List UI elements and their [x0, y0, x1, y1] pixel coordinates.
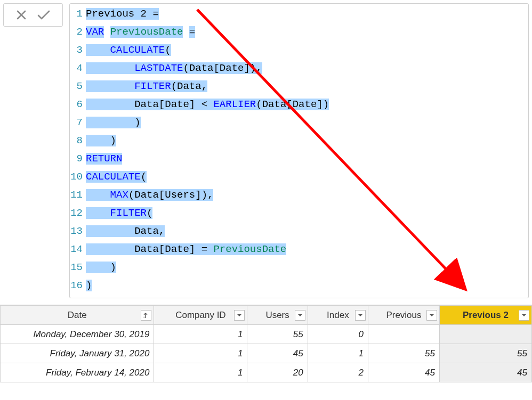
code-line[interactable]: 4 LASTDATE(Data[Date]),	[70, 59, 528, 77]
filter-dropdown-icon[interactable]	[295, 310, 305, 321]
code-token	[86, 80, 134, 92]
code-token	[104, 26, 110, 38]
code-token: PreviousDate	[213, 243, 286, 255]
line-number: 7	[70, 113, 86, 132]
code-line[interactable]: 12 FILTER(	[70, 204, 528, 222]
code-line[interactable]: 13 Data,	[70, 222, 528, 240]
code-token: (Data[Users]),	[128, 189, 214, 201]
cell: 2	[308, 363, 368, 382]
column-header[interactable]: Users	[247, 306, 308, 325]
code-line[interactable]: 10CALCULATE(	[70, 168, 528, 186]
code-line[interactable]: 14 Data[Date] = PreviousDate	[70, 240, 528, 258]
line-number: 9	[70, 150, 86, 168]
line-number: 6	[70, 95, 86, 113]
code-line[interactable]: 2VAR PreviousDate =	[70, 23, 528, 41]
cancel-icon[interactable]	[15, 9, 27, 21]
filter-dropdown-icon[interactable]	[355, 310, 366, 321]
line-number: 4	[70, 59, 86, 77]
code-token: (Data[Date]),	[183, 62, 262, 74]
code-line[interactable]: 16)	[70, 276, 528, 295]
code-content[interactable]: CALCULATE(	[86, 168, 147, 186]
line-number: 2	[70, 23, 86, 41]
code-content[interactable]: VAR PreviousDate =	[86, 23, 195, 41]
code-content[interactable]: Data[Date] < EARLIER(Data[Date])	[86, 95, 329, 113]
line-number: 13	[70, 222, 86, 240]
column-label: Date	[68, 310, 87, 321]
column-header[interactable]: Company ID	[154, 306, 247, 325]
code-token: )	[86, 262, 116, 273]
code-token: )	[86, 280, 92, 291]
line-number: 8	[70, 132, 86, 150]
code-line[interactable]: 11 MAX(Data[Users]),	[70, 186, 528, 204]
code-content[interactable]: FILTER(Data,	[86, 77, 207, 95]
data-table: DateCompany IDUsersIndexPreviousPrevious…	[0, 305, 532, 382]
code-token: (Data,	[171, 80, 207, 92]
column-header[interactable]: Date	[1, 306, 154, 325]
code-content[interactable]: RETURN	[86, 150, 122, 168]
code-line[interactable]: 5 FILTER(Data,	[70, 77, 528, 95]
filter-dropdown-icon[interactable]	[519, 310, 529, 321]
column-label: Previous	[386, 310, 421, 321]
line-number: 16	[70, 276, 86, 295]
code-line[interactable]: 8 )	[70, 132, 528, 150]
code-token: CALCULATE	[110, 44, 165, 56]
table-row[interactable]: Friday, February 14, 202012024545	[1, 363, 532, 382]
cell: 0	[308, 325, 368, 344]
code-content[interactable]: MAX(Data[Users]),	[86, 186, 213, 204]
cell: 55	[247, 325, 308, 344]
code-token: LASTDATE	[134, 62, 183, 74]
formula-commit-buttons	[3, 3, 63, 27]
cell: Friday, January 31, 2020	[1, 344, 154, 363]
column-label: Index	[327, 310, 349, 321]
code-line[interactable]: 9RETURN	[70, 150, 528, 168]
code-token: (	[165, 44, 171, 56]
code-line[interactable]: 1Previous 2 =	[70, 5, 528, 23]
code-token: (Data[Date])	[256, 99, 329, 110]
code-token	[86, 44, 110, 56]
cell: 1	[308, 344, 368, 363]
code-content[interactable]: Data,	[86, 222, 165, 240]
code-content[interactable]: Data[Date] = PreviousDate	[86, 240, 286, 258]
sort-asc-icon[interactable]	[141, 310, 151, 321]
line-number: 3	[70, 41, 86, 59]
code-token	[86, 207, 110, 219]
code-content[interactable]: )	[86, 132, 116, 150]
code-token: =	[152, 8, 158, 20]
table-row[interactable]: Monday, December 30, 20191550	[1, 325, 532, 344]
code-content[interactable]: )	[86, 258, 116, 276]
code-line[interactable]: 7 )	[70, 113, 528, 132]
code-content[interactable]: Previous 2 =	[86, 5, 159, 23]
column-label: Previous 2	[463, 310, 509, 321]
cell	[368, 325, 440, 344]
formula-editor[interactable]: 1Previous 2 =2VAR PreviousDate =3 CALCUL…	[69, 3, 529, 298]
code-line[interactable]: 6 Data[Date] < EARLIER(Data[Date])	[70, 95, 528, 113]
code-token: Data[Date] =	[86, 243, 213, 255]
column-header[interactable]: Previous	[368, 306, 440, 325]
cell: 45	[368, 363, 440, 382]
code-token: RETURN	[86, 153, 122, 165]
code-content[interactable]: )	[86, 276, 92, 295]
code-content[interactable]: LASTDATE(Data[Date]),	[86, 59, 262, 77]
cell: Monday, December 30, 2019	[1, 325, 154, 344]
cell: 20	[247, 363, 308, 382]
column-header[interactable]: Previous 2	[439, 306, 531, 325]
code-token: =	[189, 26, 195, 38]
code-content[interactable]: FILTER(	[86, 204, 152, 222]
code-content[interactable]: CALCULATE(	[86, 41, 171, 59]
filter-dropdown-icon[interactable]	[426, 310, 437, 321]
column-header[interactable]: Index	[308, 306, 368, 325]
table-row[interactable]: Friday, January 31, 202014515555	[1, 344, 532, 363]
cell: 55	[368, 344, 440, 363]
code-line[interactable]: 15 )	[70, 258, 528, 276]
code-line[interactable]: 3 CALCULATE(	[70, 41, 528, 59]
code-token: EARLIER	[213, 99, 256, 110]
confirm-icon[interactable]	[37, 9, 51, 21]
filter-dropdown-icon[interactable]	[234, 310, 245, 321]
code-content[interactable]: )	[86, 113, 141, 132]
code-token: FILTER	[134, 80, 171, 92]
code-token: (	[147, 207, 152, 219]
cell	[439, 325, 531, 344]
code-token	[183, 26, 189, 38]
code-token: PreviousDate	[110, 26, 183, 38]
line-number: 12	[70, 204, 86, 222]
